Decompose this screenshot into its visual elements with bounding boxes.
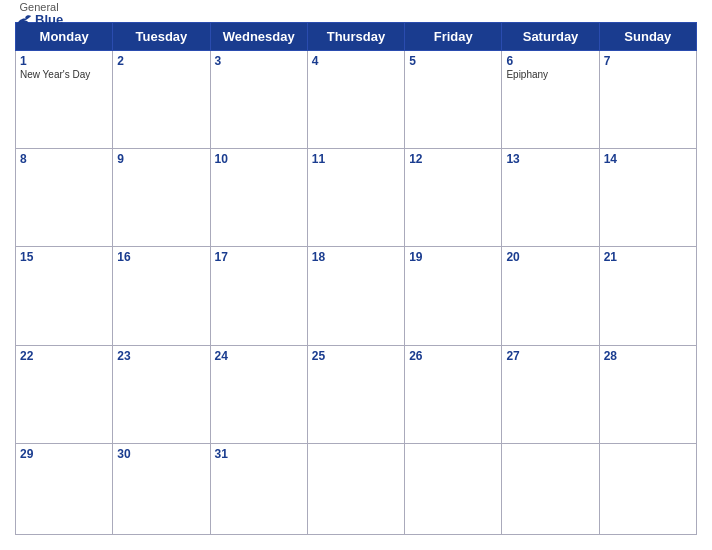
logo-bird-icon	[15, 13, 33, 27]
calendar-cell: 3	[210, 51, 307, 149]
day-number: 14	[604, 152, 692, 166]
calendar-cell: 18	[307, 247, 404, 345]
day-number: 22	[20, 349, 108, 363]
calendar-cell: 11	[307, 149, 404, 247]
day-number: 31	[215, 447, 303, 461]
calendar-cell: 5	[405, 51, 502, 149]
calendar-cell: 8	[16, 149, 113, 247]
day-number: 3	[215, 54, 303, 68]
calendar-cell: 20	[502, 247, 599, 345]
calendar-header-row: MondayTuesdayWednesdayThursdayFridaySatu…	[16, 23, 697, 51]
col-header-saturday: Saturday	[502, 23, 599, 51]
day-number: 16	[117, 250, 205, 264]
calendar-cell: 23	[113, 345, 210, 443]
day-number: 9	[117, 152, 205, 166]
day-number: 18	[312, 250, 400, 264]
calendar-cell: 10	[210, 149, 307, 247]
calendar-cell: 9	[113, 149, 210, 247]
calendar-cell: 17	[210, 247, 307, 345]
calendar-cell: 15	[16, 247, 113, 345]
calendar-cell	[599, 443, 696, 534]
calendar-cell: 24	[210, 345, 307, 443]
calendar-cell: 13	[502, 149, 599, 247]
week-row-4: 22232425262728	[16, 345, 697, 443]
day-number: 30	[117, 447, 205, 461]
calendar-cell: 22	[16, 345, 113, 443]
day-number: 26	[409, 349, 497, 363]
day-number: 10	[215, 152, 303, 166]
calendar-cell: 14	[599, 149, 696, 247]
calendar-header: General Blue	[15, 10, 697, 14]
col-header-friday: Friday	[405, 23, 502, 51]
day-number: 25	[312, 349, 400, 363]
holiday-label: Epiphany	[506, 69, 594, 80]
holiday-label: New Year's Day	[20, 69, 108, 80]
col-header-thursday: Thursday	[307, 23, 404, 51]
calendar-cell: 26	[405, 345, 502, 443]
col-header-tuesday: Tuesday	[113, 23, 210, 51]
day-number: 4	[312, 54, 400, 68]
calendar-cell: 28	[599, 345, 696, 443]
day-number: 1	[20, 54, 108, 68]
week-row-2: 891011121314	[16, 149, 697, 247]
col-header-sunday: Sunday	[599, 23, 696, 51]
day-number: 15	[20, 250, 108, 264]
calendar-cell: 16	[113, 247, 210, 345]
day-number: 21	[604, 250, 692, 264]
logo-blue-text: Blue	[15, 13, 63, 27]
day-number: 6	[506, 54, 594, 68]
calendar-cell: 21	[599, 247, 696, 345]
calendar-cell	[502, 443, 599, 534]
calendar-cell: 19	[405, 247, 502, 345]
day-number: 11	[312, 152, 400, 166]
day-number: 29	[20, 447, 108, 461]
day-number: 7	[604, 54, 692, 68]
day-number: 13	[506, 152, 594, 166]
week-row-5: 293031	[16, 443, 697, 534]
day-number: 19	[409, 250, 497, 264]
week-row-1: 1New Year's Day23456Epiphany7	[16, 51, 697, 149]
day-number: 8	[20, 152, 108, 166]
calendar-cell	[307, 443, 404, 534]
calendar-cell: 6Epiphany	[502, 51, 599, 149]
day-number: 17	[215, 250, 303, 264]
calendar-cell: 1New Year's Day	[16, 51, 113, 149]
calendar-cell: 2	[113, 51, 210, 149]
calendar-cell: 25	[307, 345, 404, 443]
logo: General Blue	[15, 2, 63, 27]
col-header-monday: Monday	[16, 23, 113, 51]
day-number: 20	[506, 250, 594, 264]
calendar-cell: 12	[405, 149, 502, 247]
calendar-cell	[405, 443, 502, 534]
day-number: 27	[506, 349, 594, 363]
day-number: 5	[409, 54, 497, 68]
day-number: 24	[215, 349, 303, 363]
calendar-table: MondayTuesdayWednesdayThursdayFridaySatu…	[15, 22, 697, 535]
day-number: 2	[117, 54, 205, 68]
day-number: 28	[604, 349, 692, 363]
calendar-cell: 27	[502, 345, 599, 443]
calendar-cell: 4	[307, 51, 404, 149]
day-number: 12	[409, 152, 497, 166]
calendar-cell: 30	[113, 443, 210, 534]
col-header-wednesday: Wednesday	[210, 23, 307, 51]
calendar-cell: 29	[16, 443, 113, 534]
logo-general-text: General	[20, 2, 59, 13]
calendar-cell: 7	[599, 51, 696, 149]
calendar-cell: 31	[210, 443, 307, 534]
day-number: 23	[117, 349, 205, 363]
week-row-3: 15161718192021	[16, 247, 697, 345]
